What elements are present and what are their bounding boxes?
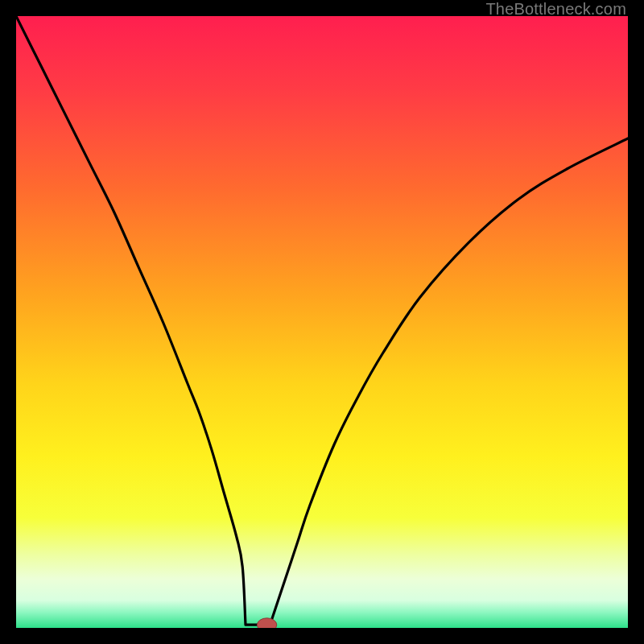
optimum-marker (257, 618, 276, 628)
bottleneck-chart (16, 16, 628, 628)
chart-frame (16, 16, 628, 628)
gradient-background (16, 16, 628, 628)
watermark-text: TheBottleneck.com (485, 0, 626, 19)
